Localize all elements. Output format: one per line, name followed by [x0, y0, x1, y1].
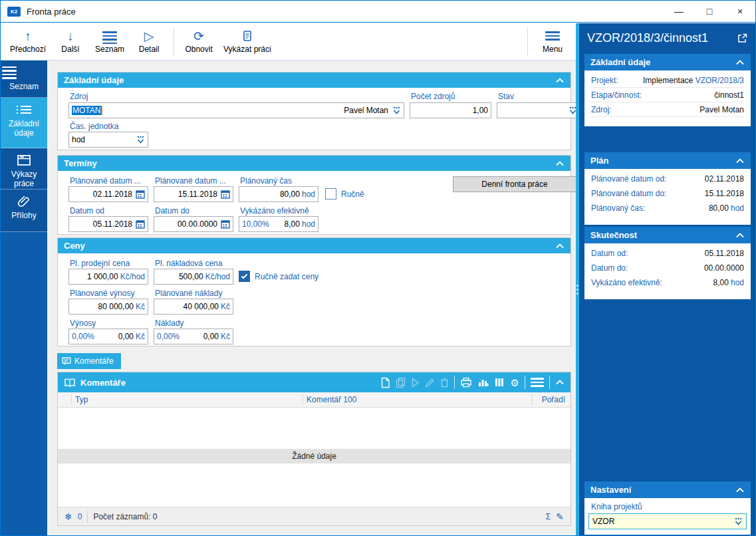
close-button[interactable]: ×: [725, 1, 755, 22]
chevron-up-icon[interactable]: [555, 379, 565, 386]
dropdown-icon[interactable]: [734, 517, 743, 527]
hamburger-icon: [2, 66, 17, 79]
chart-export-icon[interactable]: [477, 377, 489, 388]
info-row: Datum od: 05.11.2018: [591, 246, 744, 261]
chevron-up-icon[interactable]: [555, 77, 565, 84]
sum-icon[interactable]: Σ: [546, 512, 551, 521]
calendar-icon[interactable]: [221, 219, 230, 229]
previous-button[interactable]: ↑ Předchozí: [5, 25, 51, 59]
vynosy-label: Výnosy: [70, 319, 96, 328]
chevron-up-icon[interactable]: [735, 232, 745, 239]
rucne-zadat-ceny-checkbox[interactable]: [239, 271, 250, 282]
kniha-projektu-input[interactable]: VZOR: [588, 513, 747, 529]
calendar-icon[interactable]: [136, 219, 145, 229]
cas-jednotka-input[interactable]: hod: [68, 132, 148, 148]
info-row: Etapa/činnost: činnost1: [591, 88, 744, 102]
plan-cas-input[interactable]: 80,00 hod: [239, 186, 318, 202]
comments-column-headers: Typ Komentář 100 Pořadí: [58, 392, 570, 408]
pencil-icon[interactable]: ✎: [556, 511, 564, 522]
zdroj-input[interactable]: MOTAN Pavel Motan: [68, 102, 404, 118]
calendar-icon[interactable]: [221, 190, 230, 199]
rucne-checkbox[interactable]: [325, 188, 336, 200]
project-link[interactable]: VZOR/2018/3: [695, 76, 744, 85]
info-row: Zdroj: Pavel Motan: [591, 102, 744, 117]
plan-cas-label: Plánovaný čas: [240, 176, 292, 186]
naklady-input[interactable]: 0,00% 0,00 Kč: [154, 329, 233, 344]
chevron-up-icon[interactable]: [735, 59, 745, 66]
hamburger-icon: [102, 29, 117, 43]
denni-fronta-prace-button[interactable]: Denní fronta práce: [453, 176, 576, 192]
toolbar-separator: [527, 28, 528, 56]
section-header-terminy[interactable]: Termíny: [58, 156, 570, 171]
plan-datum-do-input[interactable]: 15.11.2018: [154, 186, 233, 202]
filter-count: 0: [78, 512, 82, 521]
datum-od-input[interactable]: 05.11.2018: [68, 216, 148, 232]
print-icon[interactable]: [460, 377, 472, 388]
maximize-button[interactable]: □: [694, 1, 725, 22]
column-header-komentar[interactable]: Komentář 100: [307, 395, 356, 404]
datum-do-label: Datum do: [155, 206, 189, 215]
refresh-button[interactable]: ⟳ Obnovit: [180, 25, 218, 59]
snowflake-filter-icon[interactable]: ❄: [64, 511, 72, 522]
card-skutecnost: Skutečnost Datum od: 05.11.2018 Datum do…: [584, 227, 751, 299]
report-document-icon: [241, 29, 253, 43]
grid-toolbar-separator: [525, 376, 525, 389]
vykazano-efektivne-input[interactable]: 10,00% 8,00 hod: [239, 216, 318, 232]
pocet-zdroju-input[interactable]: 1,00: [410, 102, 491, 118]
menu-button[interactable]: Menu: [533, 25, 572, 59]
record-title: VZOR/2018/3/činnost1: [587, 31, 748, 45]
dropdown-icon[interactable]: [392, 106, 401, 116]
plan-datum-od-input[interactable]: 02.11.2018: [68, 186, 148, 202]
right-info-panel: VZOR/2018/3/činnost1 Základní údaje Proj…: [579, 23, 756, 536]
sidebar-item-seznam[interactable]: Seznam: [1, 61, 47, 98]
grid-toolbar-separator: [454, 376, 455, 389]
planovane-vynosy-input[interactable]: 80 000,00 Kč: [68, 299, 148, 315]
play-outline-icon: ▷: [144, 29, 154, 43]
open-record-icon[interactable]: [411, 378, 420, 388]
edit-record-icon[interactable]: [425, 378, 435, 388]
delete-record-icon[interactable]: [440, 378, 449, 388]
sidebar-item-vykazy-prace[interactable]: Výkazy práce: [1, 148, 47, 190]
record-count-text: Počet záznamů: 0: [93, 512, 157, 521]
grid-menu-icon[interactable]: [531, 376, 544, 389]
planovane-naklady-input[interactable]: 40 000,00 Kč: [154, 299, 233, 315]
calendar-icon[interactable]: [136, 190, 145, 199]
section-header-ceny[interactable]: Ceny: [58, 238, 570, 253]
dropdown-icon[interactable]: [136, 135, 145, 145]
column-header-poradi[interactable]: Pořadí: [542, 395, 565, 404]
columns-export-icon[interactable]: [494, 377, 505, 388]
new-record-icon[interactable]: [380, 377, 390, 388]
pl-nakladova-cena-input[interactable]: 500,00 Kč/hod: [154, 269, 233, 285]
tab-komentare[interactable]: Komentáře: [57, 353, 121, 369]
section-header-zakladni[interactable]: Základní údaje: [58, 72, 570, 88]
gear-icon[interactable]: ⚙: [511, 378, 519, 388]
pl-prodejni-cena-input[interactable]: 1 000,00 Kč/hod: [68, 269, 148, 285]
zdroj-display-name: Pavel Motan: [344, 106, 388, 115]
next-button[interactable]: ↓ Další: [51, 25, 90, 59]
main-content: Základní údaje Zdroj MOTAN Pavel Motan P…: [47, 61, 576, 536]
stav-input[interactable]: [497, 102, 580, 118]
vynosy-input[interactable]: 0,00% 0,00 Kč: [68, 329, 148, 344]
plan-datum-od-label: Plánované datum ...: [70, 176, 141, 186]
report-work-button[interactable]: Vykázat práci: [218, 25, 277, 59]
copy-record-icon[interactable]: [396, 377, 406, 388]
card-header[interactable]: Plán: [584, 152, 751, 169]
card-header[interactable]: Skutečnost: [584, 227, 751, 243]
sidebar-item-zakladni-udaje[interactable]: Základní údaje: [1, 98, 47, 148]
minimize-button[interactable]: —: [664, 1, 694, 22]
comments-grid-header: Komentáře: [58, 372, 570, 392]
k2-app-icon: K2: [7, 7, 21, 17]
list-button[interactable]: Seznam: [90, 25, 130, 59]
column-header-typ[interactable]: Typ: [75, 395, 88, 404]
chevron-up-icon[interactable]: [555, 243, 565, 249]
open-external-icon[interactable]: [737, 33, 748, 44]
card-header[interactable]: Nastavení: [584, 481, 751, 498]
chevron-up-icon[interactable]: [735, 158, 745, 164]
detail-button[interactable]: ▷ Detail: [130, 25, 168, 59]
card-header[interactable]: Základní údaje: [584, 54, 751, 70]
datum-do-input[interactable]: 00.00.0000: [154, 216, 233, 232]
sidebar-item-prilohy[interactable]: Přílohy: [1, 190, 47, 232]
chevron-up-icon[interactable]: [735, 487, 745, 493]
refresh-icon: ⟳: [193, 29, 204, 43]
chevron-up-icon[interactable]: [555, 160, 565, 167]
